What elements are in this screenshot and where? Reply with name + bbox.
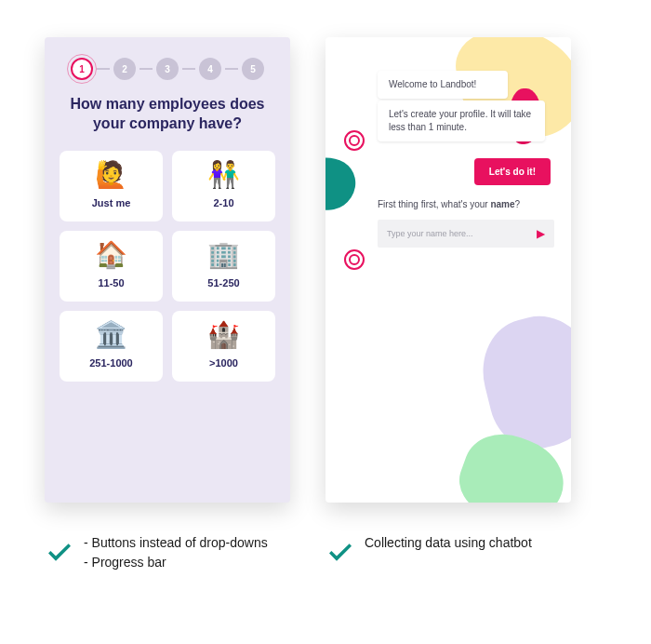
- caption-line: Collecting data using chatbot: [365, 534, 532, 552]
- classical-building-icon: 🏛️: [63, 322, 159, 348]
- option-2-10[interactable]: 👫 2-10: [172, 151, 275, 221]
- option-1000-plus[interactable]: 🏰 >1000: [172, 311, 275, 382]
- options-grid: 🙋 Just me 👫 2-10 🏠 11-50 🏢 51-250 🏛️ 251…: [60, 151, 275, 382]
- name-prompt: First thing first, what's your name?: [378, 199, 520, 209]
- screens-row: 1 2 3 4 5 How many employees does your c…: [0, 0, 651, 521]
- bot-avatar-icon: [344, 130, 365, 151]
- caption-line: - Buttons instead of drop-downs: [84, 534, 268, 552]
- step-connector: [97, 68, 110, 70]
- progress-steps: 1 2 3 4 5: [60, 58, 275, 80]
- option-label: 11-50: [63, 277, 159, 288]
- checkmark-icon: [326, 536, 355, 566]
- step-5[interactable]: 5: [242, 58, 264, 80]
- office-building-icon: 🏢: [176, 242, 272, 268]
- option-label: 51-250: [176, 277, 272, 288]
- couple-icon: 👫: [176, 162, 272, 188]
- welcome-bubble: Welcome to Landbot!: [378, 71, 508, 99]
- captions-row: - Buttons instead of drop-downs - Progre…: [0, 521, 651, 586]
- option-51-250[interactable]: 🏢 51-250: [172, 231, 275, 302]
- step-connector: [140, 68, 153, 70]
- step-4[interactable]: 4: [199, 58, 221, 80]
- option-label: 2-10: [176, 197, 272, 208]
- option-label: >1000: [176, 357, 272, 369]
- left-caption: - Buttons instead of drop-downs - Progre…: [45, 534, 290, 573]
- question-text: How many employees does your company hav…: [60, 95, 275, 134]
- step-3[interactable]: 3: [156, 58, 179, 80]
- send-icon[interactable]: ▶: [537, 227, 545, 240]
- step-connector: [182, 68, 195, 70]
- option-just-me[interactable]: 🙋 Just me: [60, 151, 163, 221]
- caption-text: - Buttons instead of drop-downs - Progre…: [84, 534, 268, 573]
- step-2[interactable]: 2: [113, 58, 136, 80]
- house-icon: 🏠: [63, 242, 159, 268]
- name-input[interactable]: Type your name here... ▶: [378, 220, 554, 248]
- intro-bubble: Let's create your profile. It will take …: [378, 101, 545, 141]
- prompt-bold: name: [490, 199, 514, 209]
- right-caption: Collecting data using chatbot: [326, 534, 571, 573]
- option-11-50[interactable]: 🏠 11-50: [60, 231, 163, 302]
- person-raising-hand-icon: 🙋: [63, 162, 159, 188]
- decorative-blob: [472, 305, 571, 459]
- step-connector: [225, 68, 238, 70]
- option-251-1000[interactable]: 🏛️ 251-1000: [60, 311, 163, 382]
- castle-icon: 🏰: [176, 322, 272, 348]
- prompt-suffix: ?: [515, 199, 521, 209]
- option-label: Just me: [63, 197, 159, 208]
- step-1[interactable]: 1: [71, 58, 93, 80]
- lets-do-it-button[interactable]: Let's do it!: [474, 158, 551, 185]
- caption-text: Collecting data using chatbot: [365, 534, 532, 573]
- option-label: 251-1000: [63, 357, 159, 369]
- input-placeholder: Type your name here...: [387, 229, 537, 238]
- chatbot-screen: Welcome to Landbot! Let's create your pr…: [326, 37, 571, 503]
- prompt-prefix: First thing first, what's your: [378, 199, 490, 209]
- caption-line: - Progress bar: [84, 554, 268, 571]
- decorative-blob: [326, 154, 359, 215]
- checkmark-icon: [45, 536, 74, 566]
- bot-avatar-icon: [344, 249, 365, 270]
- survey-screen: 1 2 3 4 5 How many employees does your c…: [45, 37, 290, 503]
